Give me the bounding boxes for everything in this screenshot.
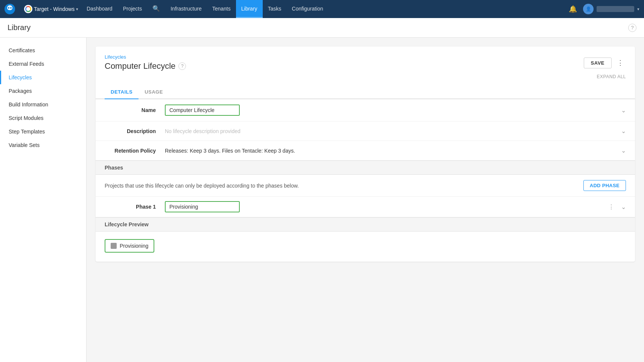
lifecycle-preview-header: Lifecycle Preview <box>96 217 635 232</box>
content-card: Lifecycles Computer Lifecycle ? SAVE ⋮ E… <box>96 47 635 262</box>
nav-logo[interactable] <box>5 4 15 14</box>
nav-item-search[interactable]: 🔍 <box>147 0 165 18</box>
card-title-row: Computer Lifecycle ? <box>105 61 186 71</box>
phase-1-name-input[interactable] <box>165 201 240 212</box>
nav-item-tenants[interactable]: Tenants <box>207 0 236 18</box>
page-title: Library <box>8 23 30 32</box>
page-header: Library ? <box>0 18 644 38</box>
tab-usage[interactable]: USAGE <box>139 85 169 99</box>
phase-preview-name: Provisioning <box>120 243 148 249</box>
nav-item-dashboard[interactable]: Dashboard <box>81 0 118 18</box>
breadcrumb[interactable]: Lifecycles <box>105 54 186 60</box>
nav-item-tasks[interactable]: Tasks <box>263 0 287 18</box>
phase-1-row: Phase 1 ⋮ ⌄ <box>96 197 635 217</box>
expand-all-row: EXPAND ALL <box>96 71 635 81</box>
sidebar: Certificates External Feeds Lifecycles P… <box>0 38 87 362</box>
user-name-placeholder <box>597 6 634 12</box>
retention-value: Releases: Keep 3 days. Files on Tentacle… <box>165 147 626 154</box>
card-header: Lifecycles Computer Lifecycle ? SAVE ⋮ <box>96 47 635 71</box>
top-nav: Target - Windows ▾ Dashboard Projects 🔍 … <box>0 0 644 18</box>
octopus-logo-icon <box>5 4 15 14</box>
name-chevron-icon[interactable]: ⌄ <box>617 107 626 114</box>
phases-description-row: Projects that use this lifecycle can onl… <box>96 175 635 197</box>
sidebar-item-variable-sets[interactable]: Variable Sets <box>0 138 86 152</box>
title-help-icon[interactable]: ? <box>178 62 186 70</box>
phase-1-actions: ⋮ ⌄ <box>606 203 626 211</box>
phases-title: Phases <box>105 165 123 171</box>
expand-all-button[interactable]: EXPAND ALL <box>597 74 626 79</box>
add-phase-button[interactable]: ADD PHASE <box>583 180 626 191</box>
description-row: Description No lifecycle description pro… <box>96 121 635 141</box>
sidebar-item-certificates[interactable]: Certificates <box>0 44 86 57</box>
phase-1-label: Phase 1 <box>105 204 165 210</box>
page-help-icon[interactable]: ? <box>628 24 636 32</box>
name-input[interactable] <box>165 105 240 116</box>
sidebar-item-lifecycles[interactable]: Lifecycles <box>0 71 86 84</box>
sidebar-item-step-templates[interactable]: Step Templates <box>0 125 86 138</box>
main-layout: Certificates External Feeds Lifecycles P… <box>0 38 644 362</box>
user-icon: 👤 <box>586 6 591 12</box>
tab-details[interactable]: DETAILS <box>105 85 139 99</box>
phase-preview-box: Provisioning <box>105 239 154 253</box>
sidebar-item-script-modules[interactable]: Script Modules <box>0 111 86 125</box>
name-label: Name <box>105 107 165 113</box>
retention-row: Retention Policy Releases: Keep 3 days. … <box>96 141 635 161</box>
description-placeholder: No lifecycle description provided <box>165 128 241 134</box>
google-icon <box>24 5 32 13</box>
card-header-actions: SAVE ⋮ <box>584 54 626 68</box>
retention-chevron-icon[interactable]: ⌄ <box>617 147 626 154</box>
phases-header: Phases <box>96 161 635 175</box>
notifications-bell-icon[interactable]: 🔔 <box>567 3 579 15</box>
tabs: DETAILS USAGE <box>96 85 635 99</box>
space-name: Target - Windows <box>34 6 75 12</box>
lifecycle-preview-title: Lifecycle Preview <box>105 221 149 227</box>
lifecycle-preview-content: Provisioning <box>96 232 635 262</box>
svg-point-2 <box>10 7 12 9</box>
nav-item-library[interactable]: Library <box>236 0 263 18</box>
user-dropdown-arrow: ▾ <box>637 7 639 12</box>
phase-1-more-icon[interactable]: ⋮ <box>606 203 617 211</box>
description-value: No lifecycle description provided ⌄ <box>165 127 626 135</box>
sidebar-item-build-information[interactable]: Build Information <box>0 98 86 111</box>
nav-user[interactable]: 👤 ▾ <box>583 4 639 14</box>
phase-1-chevron-icon[interactable]: ⌄ <box>620 203 626 211</box>
main-content: Lifecycles Computer Lifecycle ? SAVE ⋮ E… <box>87 38 644 362</box>
svg-point-1 <box>8 7 9 9</box>
save-button[interactable]: SAVE <box>584 58 612 68</box>
space-selector[interactable]: Target - Windows ▾ <box>21 3 81 15</box>
phases-description: Projects that use this lifecycle can onl… <box>105 183 299 189</box>
avatar: 👤 <box>583 4 594 14</box>
lifecycle-title: Computer Lifecycle <box>105 61 175 71</box>
nav-item-infrastructure[interactable]: Infrastructure <box>165 0 207 18</box>
sidebar-item-packages[interactable]: Packages <box>0 84 86 98</box>
description-chevron-icon[interactable]: ⌄ <box>617 127 626 135</box>
name-value: ⌄ <box>165 105 626 116</box>
retention-text: Releases: Keep 3 days. Files on Tentacle… <box>165 148 295 154</box>
form-section: Name ⌄ Description No lifecycle descript… <box>96 99 635 161</box>
retention-label: Retention Policy <box>105 148 165 154</box>
phase-preview-icon <box>111 243 117 249</box>
nav-item-projects[interactable]: Projects <box>118 0 148 18</box>
nav-right: 🔔 👤 ▾ <box>567 3 639 15</box>
sidebar-item-external-feeds[interactable]: External Feeds <box>0 57 86 71</box>
nav-item-configuration[interactable]: Configuration <box>286 0 328 18</box>
space-dropdown-arrow: ▾ <box>76 7 78 12</box>
breadcrumb-title-group: Lifecycles Computer Lifecycle ? <box>105 54 186 71</box>
name-row: Name ⌄ <box>96 99 635 121</box>
nav-items: Dashboard Projects 🔍 Infrastructure Tena… <box>81 0 567 18</box>
description-label: Description <box>105 128 165 134</box>
more-menu-button[interactable]: ⋮ <box>615 57 626 68</box>
